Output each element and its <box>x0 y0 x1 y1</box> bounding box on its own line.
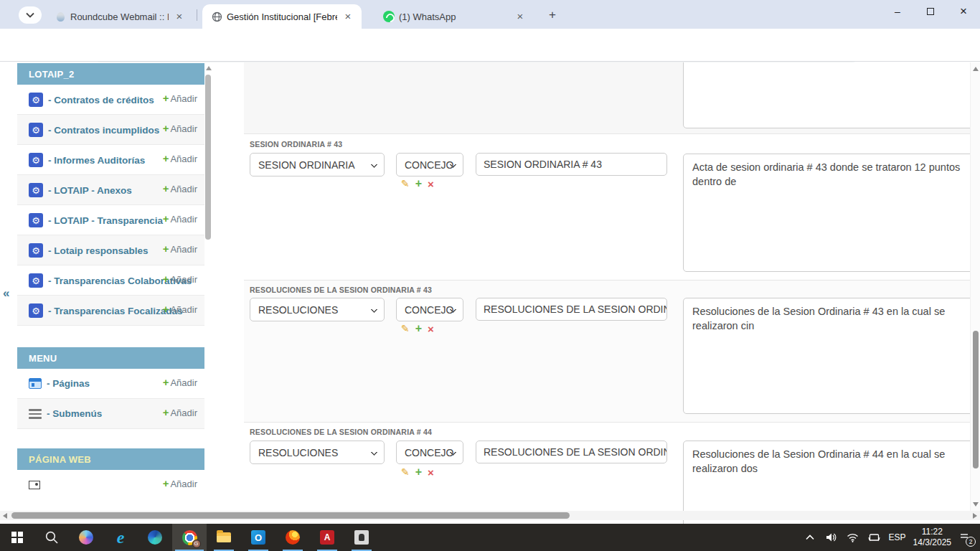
copilot-button[interactable] <box>69 524 103 551</box>
outlook-button[interactable]: O <box>241 524 275 551</box>
close-tab-icon[interactable]: × <box>173 10 186 23</box>
title-input[interactable]: SESION ORDINARIA # 43 <box>476 153 667 176</box>
title-input[interactable]: RESOLUCIONES DE LA SESION ORDINARIA # <box>476 298 667 321</box>
language-indicator[interactable]: ESP <box>889 532 906 542</box>
sidebar-item-transparencias-colaborativas[interactable]: ⚙- Transparencias Colaborativas +Añadir <box>17 265 204 296</box>
sidebar-item-label[interactable]: - Submenús <box>47 408 102 419</box>
delete-icon[interactable]: × <box>428 178 434 190</box>
cast-display-button[interactable] <box>867 533 882 542</box>
tab-search-button[interactable] <box>19 6 42 24</box>
sidebar-item-label[interactable]: - Contratos de créditos <box>48 95 154 105</box>
admin-sidebar: LOTAIP_2 ⚙- Contratos de créditos +Añadi… <box>17 63 204 491</box>
sidebar-item-label[interactable]: - Informes Auditorías <box>48 155 145 166</box>
delete-icon[interactable]: × <box>428 323 434 335</box>
add-icon[interactable]: + <box>415 466 422 479</box>
description-textarea[interactable]: Acta de sesion ordinaria # 43 donde se t… <box>683 154 970 272</box>
add-icon[interactable]: + <box>415 177 422 190</box>
acrobat-button[interactable]: A <box>310 524 344 551</box>
sidebar-item-label[interactable]: - LOTAIP - Anexos <box>48 185 132 196</box>
sidebar-item-lotaip-transparencia[interactable]: ⚙- LOTAIP - Transparencia +Añadir <box>17 205 204 235</box>
add-link[interactable]: +Añadir <box>163 376 197 388</box>
sidebar-item-label[interactable]: - Lotaip responsables <box>48 245 149 256</box>
scroll-down-arrow-icon[interactable] <box>973 502 979 507</box>
description-textarea[interactable]: Resoluciones de la Sesion Ordinaria # 43… <box>683 298 970 414</box>
add-link[interactable]: +Añadir <box>163 182 197 194</box>
taskbar-search-button[interactable] <box>34 524 69 551</box>
java-app-button[interactable] <box>344 524 379 551</box>
sidebar-item-submenus[interactable]: - Submenús +Añadir <box>17 399 204 429</box>
add-link[interactable]: +Añadir <box>163 477 197 489</box>
horizontal-scrollbar-thumb[interactable] <box>11 512 570 519</box>
plus-icon: + <box>163 242 169 255</box>
horizontal-scrollbar[interactable] <box>0 511 980 520</box>
close-window-button[interactable]: × <box>947 0 980 23</box>
add-link[interactable]: +Añadir <box>163 212 197 225</box>
chrome-button-active[interactable]: G <box>172 524 207 551</box>
type-select[interactable]: RESOLUCIONES <box>250 298 385 321</box>
sidebar-item-lotaip-anexos[interactable]: ⚙- LOTAIP - Anexos +Añadir <box>17 175 204 205</box>
plus-icon: + <box>163 376 169 388</box>
maximize-window-button[interactable] <box>914 0 947 23</box>
type-select[interactable]: SESION ORDINARIA <box>250 153 385 176</box>
sidebar-item-paginas[interactable]: - Páginas +Añadir <box>17 369 204 399</box>
sidebar-item-partial[interactable]: +Añadir <box>17 470 204 491</box>
add-link[interactable]: +Añadir <box>163 303 197 315</box>
add-link[interactable]: +Añadir <box>163 122 197 134</box>
sidebar-item-label[interactable]: - Páginas <box>47 378 90 389</box>
title-input[interactable]: RESOLUCIONES DE LA SESION ORDINARIA # <box>476 441 667 463</box>
internet-explorer-icon: e <box>117 530 125 545</box>
add-icon[interactable]: + <box>415 322 422 335</box>
inline-row-sesion-43: SESION ORDINARIA # 43 SESION ORDINARIA C… <box>244 133 970 280</box>
volume-button[interactable] <box>824 532 839 542</box>
add-link[interactable]: +Añadir <box>163 406 197 418</box>
add-link[interactable]: +Añadir <box>163 242 197 255</box>
chevron-down-icon <box>26 12 34 18</box>
sidebar-collapse-button[interactable]: « <box>3 286 9 301</box>
sidebar-item-label[interactable]: - Contratos incumplidos <box>48 125 159 136</box>
sidebar-item-transparencias-focalizadas[interactable]: ⚙- Transparencias Focalizadas +Añadir <box>17 296 204 326</box>
edit-icon[interactable]: ✎ <box>401 466 410 478</box>
vertical-scrollbar-thumb[interactable] <box>973 331 979 468</box>
scroll-up-arrow-icon[interactable] <box>206 66 212 70</box>
org-select[interactable]: CONCEJO <box>396 441 463 464</box>
firefox-button[interactable] <box>275 524 310 551</box>
plus-icon: + <box>163 152 169 164</box>
description-textarea[interactable] <box>683 62 970 128</box>
delete-icon[interactable]: × <box>428 466 434 479</box>
inline-row-previous <box>244 62 970 133</box>
close-tab-icon[interactable]: × <box>514 10 527 23</box>
add-link[interactable]: +Añadir <box>163 152 197 164</box>
type-select[interactable]: RESOLUCIONES <box>250 441 385 464</box>
scroll-right-arrow-icon[interactable] <box>973 513 977 519</box>
minimize-window-button[interactable]: – <box>881 0 914 23</box>
tray-expand-button[interactable] <box>803 534 817 540</box>
notification-center-button[interactable]: 2 <box>958 532 973 543</box>
clock[interactable]: 11:22 14/3/2025 <box>913 527 951 548</box>
sidebar-scrollbar-thumb[interactable] <box>205 75 211 240</box>
sidebar-item-informes-auditorias[interactable]: ⚙- Informes Auditorías +Añadir <box>17 145 204 175</box>
new-tab-button[interactable]: + <box>545 8 560 22</box>
scroll-up-arrow-icon[interactable] <box>973 67 979 71</box>
tab-whatsapp[interactable]: (1) WhatsApp × <box>374 4 534 29</box>
sidebar-item-lotaip-responsables[interactable]: ⚙- Lotaip responsables +Añadir <box>17 235 204 265</box>
edge-button[interactable] <box>138 524 172 551</box>
sidebar-item-label[interactable]: - LOTAIP - Transparencia <box>48 215 163 226</box>
close-tab-icon[interactable]: × <box>341 10 354 23</box>
org-select[interactable]: CONCEJO <box>396 298 463 321</box>
sidebar-item-contratos-incumplidos[interactable]: ⚙- Contratos incumplidos +Añadir <box>17 115 204 145</box>
edit-icon[interactable]: ✎ <box>401 178 410 189</box>
file-explorer-button[interactable] <box>207 524 241 551</box>
wifi-button[interactable] <box>846 533 860 542</box>
sidebar-scrollbar[interactable] <box>204 63 212 512</box>
tab-gestion-institucional[interactable]: Gestión Institucional [Febrero-2 × <box>202 4 362 29</box>
sidebar-item-contratos-creditos[interactable]: ⚙- Contratos de créditos +Añadir <box>17 85 204 115</box>
internet-explorer-button[interactable]: e <box>103 524 138 551</box>
org-select[interactable]: CONCEJO <box>396 153 463 176</box>
vertical-scrollbar[interactable] <box>970 62 980 511</box>
scroll-left-arrow-icon[interactable] <box>3 513 7 519</box>
add-link[interactable]: +Añadir <box>163 92 197 104</box>
edit-icon[interactable]: ✎ <box>401 323 410 334</box>
start-button[interactable] <box>0 524 34 551</box>
add-link[interactable]: +Añadir <box>163 273 197 285</box>
tab-roundcube[interactable]: Roundcube Webmail :: Enviados × <box>46 4 193 29</box>
